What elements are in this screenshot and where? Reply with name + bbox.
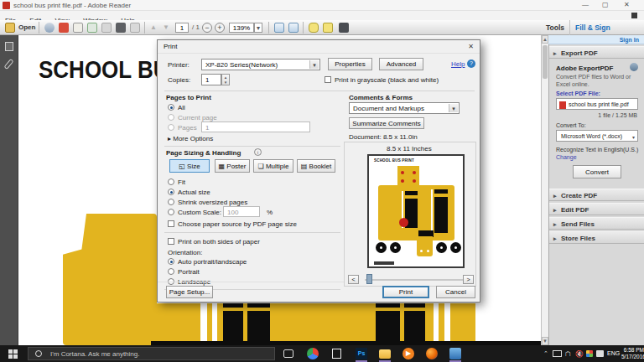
portrait-radio[interactable] <box>168 268 174 275</box>
minimize-button[interactable]: — <box>582 1 589 8</box>
copies-input[interactable]: 1 <box>201 74 221 85</box>
scroll-down-icon[interactable]: ▼ <box>542 337 548 345</box>
next-page-icon[interactable]: ▼ <box>163 23 169 31</box>
page-number-input[interactable]: 1 <box>175 23 189 33</box>
convert-button[interactable]: Convert <box>573 165 621 178</box>
media-app-icon[interactable]: ▶ <box>402 348 414 359</box>
firefox-icon[interactable] <box>426 348 438 359</box>
annotate-icon[interactable] <box>323 23 333 33</box>
summarize-comments-button[interactable]: Summarize Comments <box>349 117 424 129</box>
network-icon[interactable]: ⛫ <box>565 350 572 358</box>
preview-next-button[interactable]: > <box>463 275 474 284</box>
create-pdf-section[interactable]: Create PDF <box>549 189 644 201</box>
cancel-button[interactable]: Cancel <box>436 286 475 298</box>
preview-prev-button[interactable]: < <box>348 275 359 284</box>
store-files-section[interactable]: Store Files <box>549 231 644 244</box>
zoom-out-icon[interactable]: − <box>202 23 212 33</box>
printer-select[interactable]: XP-820 Series(Network) ▾ <box>201 59 320 70</box>
tray-expand-icon[interactable]: ⌃ <box>543 350 548 357</box>
preview-slider-handle[interactable] <box>366 274 372 284</box>
cortana-search[interactable]: I'm Cortana. Ask me anything. <box>28 347 275 360</box>
previous-page-icon[interactable]: ▲ <box>150 23 157 31</box>
multiple-button[interactable]: ❏ Multiple <box>253 159 293 173</box>
close-button[interactable]: ✕ <box>624 1 630 8</box>
help-icon[interactable]: ? <box>467 59 475 68</box>
print-button[interactable]: Print <box>382 286 429 298</box>
image-viewer-icon[interactable] <box>449 348 461 359</box>
maximize-button[interactable]: ▢ <box>602 1 609 8</box>
export-pdf-header[interactable]: Export PDF <box>549 46 644 59</box>
chrome-icon[interactable] <box>307 348 319 359</box>
page-thumbnails-icon[interactable] <box>5 42 13 51</box>
poster-button[interactable]: ▦ Poster <box>215 159 250 173</box>
info-icon[interactable]: i <box>254 148 262 156</box>
scroll-thumb[interactable] <box>543 45 548 79</box>
zoom-dropdown-icon[interactable]: ▾ <box>254 23 262 33</box>
store-icon[interactable] <box>332 349 341 359</box>
tab-fill-sign[interactable]: Fill & Sign <box>569 20 615 35</box>
convert-format-select[interactable]: Microsoft Word (*.docx) ▾ <box>556 130 638 142</box>
zoom-level-input[interactable]: 139% <box>229 23 254 33</box>
fullscreen-icon[interactable] <box>339 23 349 33</box>
task-view-icon[interactable] <box>283 349 293 358</box>
help-link[interactable]: Help <box>451 60 465 68</box>
preview-slider-track[interactable] <box>365 279 465 281</box>
save-icon[interactable] <box>101 23 112 33</box>
photoshop-icon[interactable]: Ps <box>356 348 367 359</box>
convert-to-label: Convert To: <box>556 122 586 128</box>
fit-radio[interactable] <box>168 178 174 185</box>
email-icon[interactable] <box>130 23 140 33</box>
export-pdf-icon[interactable] <box>59 23 69 33</box>
selected-file-box[interactable]: school bus print file.pdf <box>556 98 638 110</box>
scroll-up-icon[interactable]: ▲ <box>542 35 548 44</box>
all-radio[interactable] <box>168 104 174 111</box>
exportpdf-logo-icon <box>630 63 638 71</box>
copies-stepper[interactable]: ▴▾ <box>221 74 230 85</box>
auto-orientation-radio[interactable] <box>168 258 174 265</box>
more-options-toggle[interactable]: ▸ More Options <box>168 135 213 142</box>
size-button[interactable]: ◱ Size <box>169 159 210 173</box>
action-center-icon[interactable] <box>596 350 604 357</box>
comment-bubble-icon[interactable] <box>309 23 319 33</box>
fit-page-icon[interactable] <box>288 23 299 33</box>
zoom-in-icon[interactable]: + <box>215 23 225 33</box>
language-indicator[interactable]: ENG <box>607 350 620 356</box>
sign-icon[interactable] <box>73 23 83 33</box>
document-scrollbar[interactable]: ▲ ▼ <box>541 35 548 345</box>
booklet-button[interactable]: ▤ Booklet <box>297 159 335 173</box>
page-setup-button[interactable]: Page Setup... <box>166 286 213 298</box>
print-icon[interactable] <box>116 23 126 33</box>
scrolling-mode-icon[interactable] <box>274 23 284 33</box>
volume-muted-icon[interactable]: 🔇 <box>575 350 584 358</box>
custom-scale-input[interactable]: 100 <box>223 206 260 217</box>
grayscale-checkbox[interactable] <box>325 76 331 83</box>
start-button[interactable] <box>8 349 18 359</box>
comments-forms-select[interactable]: Document and Markups ▾ <box>349 102 460 114</box>
advanced-button[interactable]: Advanced <box>379 58 423 70</box>
clock[interactable]: 6:58 PM 5/17/2016 <box>621 347 644 360</box>
document-restore-icon[interactable] <box>631 13 637 18</box>
current-page-radio[interactable] <box>168 114 174 121</box>
sign-in-link[interactable]: Sign In <box>620 37 639 43</box>
attachments-icon[interactable] <box>3 59 13 70</box>
actual-size-radio[interactable] <box>168 189 174 195</box>
paper-source-checkbox[interactable] <box>168 220 174 227</box>
upload-cloud-icon[interactable] <box>87 23 97 33</box>
shrink-radio[interactable] <box>168 199 174 205</box>
app-tray-icon[interactable] <box>586 350 593 357</box>
display-icon[interactable] <box>553 350 562 357</box>
properties-button[interactable]: Properties <box>328 58 372 70</box>
open-icon[interactable] <box>5 23 15 33</box>
edit-pdf-section[interactable]: Edit PDF <box>549 203 644 215</box>
pages-range-input[interactable]: 1 <box>201 122 310 132</box>
file-explorer-icon[interactable] <box>379 349 391 359</box>
dialog-close-icon[interactable]: ✕ <box>468 43 474 50</box>
tab-tools[interactable]: Tools <box>541 20 569 35</box>
open-button[interactable]: Open <box>18 23 35 31</box>
send-files-section[interactable]: Send Files <box>549 217 644 230</box>
both-sides-checkbox[interactable] <box>168 238 174 245</box>
pages-radio[interactable] <box>168 124 174 131</box>
change-link[interactable]: Change <box>556 154 577 160</box>
send-track-icon[interactable] <box>44 23 55 33</box>
custom-scale-radio[interactable] <box>168 209 174 215</box>
